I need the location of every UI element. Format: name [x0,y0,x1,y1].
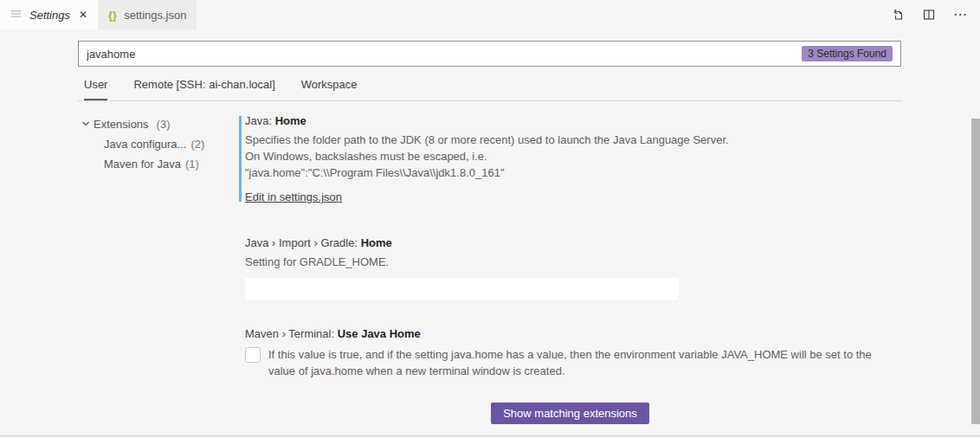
json-braces-icon: {} [108,9,117,22]
setting-name: Home [361,236,392,249]
scope-tab-remote[interactable]: Remote [SSH: ai-chan.local] [133,78,274,100]
setting-title: Maven › Terminal: Use Java Home [245,327,901,340]
edit-in-settings-json-link[interactable]: Edit in settings.json [245,190,342,203]
use-java-home-checkbox[interactable] [245,347,261,363]
editor-actions: ⋯ [890,0,980,29]
scope-tab-workspace[interactable]: Workspace [301,78,358,100]
settings-scope-tabs: User Remote [SSH: ai-chan.local] Workspa… [78,67,901,101]
footer-row: Show matching extensions [239,403,901,424]
editor-tab-bar: Settings ✕ {} settings.json ⋯ [0,0,980,29]
setting-description-line: "java.home":"C:\\Program Files\\Java\\jd… [245,164,901,181]
settings-search-input[interactable] [78,41,901,67]
setting-maven-use-java-home: Maven › Terminal: Use Java Home If this … [239,327,901,379]
split-editor-icon[interactable] [922,8,936,22]
more-actions-icon[interactable]: ⋯ [953,8,968,22]
modified-indicator-bar [239,116,242,202]
setting-name: Use Java Home [338,327,421,340]
settings-search-row: 3 Settings Found [78,41,901,67]
scope-tab-user[interactable]: User [84,78,107,100]
setting-title: Java: Home [245,114,901,127]
setting-category: Java › Import › Gradle: [245,236,361,249]
setting-description: If this value is true, and if the settin… [268,346,901,379]
setting-gradle-home: Java › Import › Gradle: Home Setting for… [239,236,901,300]
vertical-scrollbar[interactable] [971,119,980,424]
toc-count: (2) [190,138,204,151]
toc-label: Maven for Java [104,158,181,171]
settings-toc: Extensions (3) Java configura... (2) Mav… [78,114,239,174]
setting-name: Home [275,114,306,127]
setting-description-line: Specifies the folder path to the JDK (8 … [245,132,901,148]
toc-item-java-configuration[interactable]: Java configura... (2) [78,134,239,154]
toc-item-extensions[interactable]: Extensions (3) [78,114,239,134]
show-matching-extensions-button[interactable]: Show matching extensions [491,403,649,424]
setting-category: Java: [245,114,275,127]
setting-description-line: On Windows, backslashes must be escaped,… [245,148,901,164]
tab-settings-json-label: settings.json [124,9,186,22]
settings-list: Java: Home Specifies the folder path to … [239,114,901,424]
tab-settings-label: Settings [29,9,70,22]
gradle-home-input[interactable] [245,278,679,300]
close-icon[interactable]: ✕ [79,10,87,20]
tab-settings-json[interactable]: {} settings.json [98,0,197,29]
results-count-badge: 3 Settings Found [802,46,893,61]
open-settings-json-icon[interactable] [890,8,905,23]
setting-category: Maven › Terminal: [245,327,338,340]
toc-label: Extensions [93,118,149,131]
toc-label: Java configura... [104,138,186,151]
settings-content: Extensions (3) Java configura... (2) Mav… [78,114,901,424]
toc-count: (1) [185,158,199,171]
chevron-down-icon [81,118,90,131]
checkbox-row: If this value is true, and if the settin… [245,346,901,379]
toc-count: (3) [157,118,171,131]
setting-title: Java › Import › Gradle: Home [245,236,901,249]
setting-java-home: Java: Home Specifies the folder path to … [239,114,901,203]
settings-editor-icon [10,8,23,23]
setting-description: Setting for GRADLE_HOME. [245,254,901,270]
tab-settings[interactable]: Settings ✕ [0,0,98,29]
toc-item-maven-for-java[interactable]: Maven for Java (1) [78,154,239,174]
